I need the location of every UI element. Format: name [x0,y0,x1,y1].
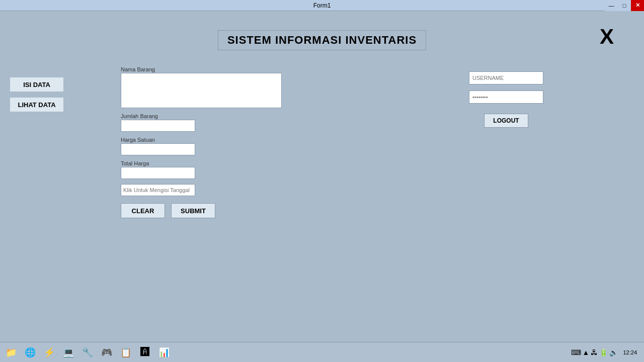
jumlah-barang-label: Jumlah Barang [121,113,282,119]
keyboard-icon: ⌨ [571,348,581,356]
total-harga-label: Total Harga [121,160,282,166]
taskbar-icon-tool[interactable]: 🔧 [78,343,97,361]
taskbar-icon-flash[interactable]: ⚡ [40,343,58,361]
maximize-button[interactable]: □ [618,0,631,11]
taskbar-right: ⌨ ▲ 🖧 🔋 🔊 12:24 [571,342,644,362]
sidebar: ISI DATA LIHAT DATA [9,76,64,113]
tanggal-field [121,184,282,196]
harga-satuan-label: Harga Satuan [121,137,282,143]
taskbar-icon-monitor[interactable]: 💻 [59,343,77,361]
jumlah-barang-field: Jumlah Barang [121,113,282,132]
nama-barang-label: Nama Barang [121,66,282,72]
isi-data-button[interactable]: ISI DATA [9,76,64,93]
taskbar-icon-browser[interactable]: 🌐 [21,343,39,361]
taskbar-icons: 📁 🌐 ⚡ 💻 🔧 🎮 📋 🅰 📊 [2,343,173,361]
app-title: SISTEM INFORMASI INVENTARIS [218,30,426,50]
titlebar-controls: — □ ✕ [605,0,644,11]
taskbar-icon-a[interactable]: 🅰 [136,343,154,361]
window-close-x[interactable]: X [600,26,614,47]
battery-icon: 🔋 [599,348,608,356]
titlebar-title: Form1 [313,2,331,9]
taskbar-icon-game[interactable]: 🎮 [98,343,116,361]
app-title-wrapper: SISTEM INFORMASI INVENTARIS [218,30,426,50]
titlebar: Form1 — □ ✕ [0,0,644,11]
form-area: Nama Barang Jumlah Barang Harga Satuan T… [121,66,282,218]
nama-barang-input[interactable] [121,73,282,108]
taskbar-icon-chart[interactable]: 📊 [155,343,173,361]
nama-barang-field: Nama Barang [121,66,282,108]
logout-button[interactable]: LOGOUT [484,114,528,128]
minimize-button[interactable]: — [605,0,618,11]
network-icon: 🖧 [591,348,598,356]
submit-button[interactable]: SUBMIT [171,203,215,218]
harga-satuan-field: Harga Satuan [121,137,282,155]
chevron-icon[interactable]: ▲ [583,348,590,356]
username-input[interactable] [469,71,543,84]
volume-icon: 🔊 [609,348,618,356]
taskbar-sys-icons: ⌨ ▲ 🖧 🔋 🔊 [571,348,618,356]
tanggal-input[interactable] [121,184,195,196]
taskbar-icon-clipboard[interactable]: 📋 [117,343,135,361]
clear-button[interactable]: CLEAR [121,203,165,218]
total-harga-field: Total Harga [121,160,282,179]
main-window: SISTEM INFORMASI INVENTARIS X ISI DATA L… [0,11,644,342]
login-area: LOGOUT [469,71,543,128]
password-input[interactable] [469,90,543,104]
action-buttons: CLEAR SUBMIT [121,203,282,218]
jumlah-barang-input[interactable] [121,120,195,132]
total-harga-input[interactable] [121,167,195,179]
harga-satuan-input[interactable] [121,143,195,155]
lihat-data-button[interactable]: LIHAT DATA [9,97,64,113]
taskbar: 📁 🌐 ⚡ 💻 🔧 🎮 📋 🅰 📊 ⌨ ▲ 🖧 🔋 🔊 12:24 [0,342,644,362]
taskbar-time: 12:24 [620,349,640,355]
taskbar-icon-folder[interactable]: 📁 [2,343,20,361]
close-button[interactable]: ✕ [631,0,644,11]
